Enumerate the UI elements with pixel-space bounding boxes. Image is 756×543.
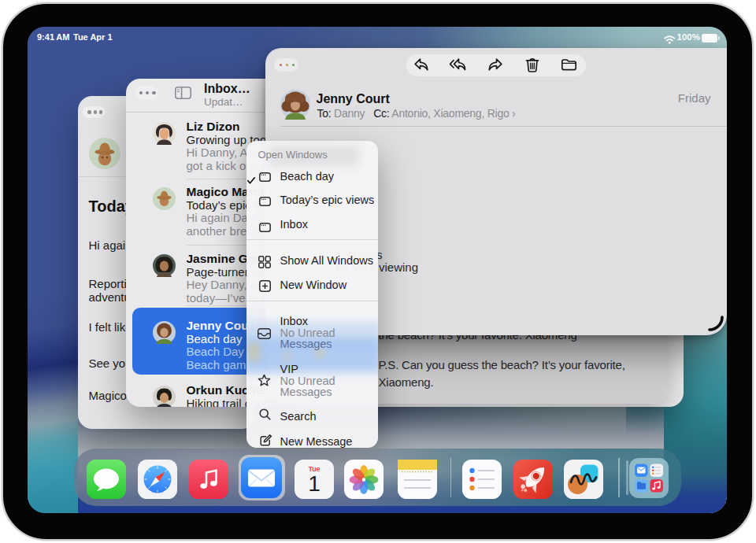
svg-text:1: 1 <box>308 471 321 496</box>
